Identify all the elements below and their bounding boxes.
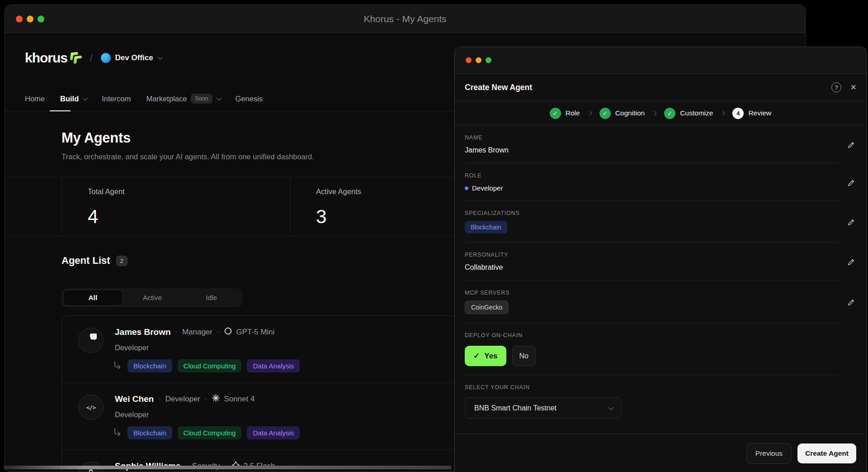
edit-pencil-icon[interactable] [847,258,855,268]
mcp-server-tag: CoinGecko [465,300,509,314]
main-nav: Home Build Intercom Marketplace Soon Gen… [25,94,263,104]
step-customize[interactable]: ✓ Customize [664,108,713,119]
agent-row-james-brown[interactable]: James Brown · Manager · GPT-5 Mini [62,316,468,382]
chevron-down-icon [83,95,88,100]
tag-blockchain[interactable]: Blockchain [127,426,172,439]
modal-title: Create New Agent [465,83,532,92]
edit-pencil-icon[interactable] [847,178,855,189]
check-icon: ✓ [550,108,561,119]
main-titlebar: Khorus - My Agents [5,5,805,33]
deploy-yes-button[interactable]: ✓ Yes [465,346,506,366]
chevron-right-icon [587,111,592,115]
page-title: My Agents [61,130,314,146]
agent-count-badge: 2 [116,256,127,266]
previous-button[interactable]: Previous [746,443,792,464]
logo-text: khorus [25,50,67,66]
deploy-no-button[interactable]: No [512,346,536,366]
agent-model: GPT-5 Mini [224,327,274,338]
agent-list: James Brown · Manager · GPT-5 Mini [61,315,468,472]
agent-row-wei-chen[interactable]: </> Wei Chen · Developer · [62,382,468,449]
tab-active[interactable]: Active [123,290,182,306]
agent-team-role: Developer [115,410,468,419]
step-review[interactable]: 4 Review [732,108,771,119]
field-deploy-on-chain: DEPLOY ON-CHAIN ✓ Yes No [455,323,866,375]
field-personality: PERSONALITY Collabrative [455,243,866,281]
traffic-lights [466,57,491,63]
agent-team-role: Developer [115,343,468,352]
tag-data-analysis[interactable]: Data Analysis [247,426,300,439]
chevron-right-icon [721,111,725,115]
tab-idle[interactable]: Idle [182,290,241,306]
field-select-chain: SELECT YOUR CHAIN BNB Smart Chain Testne… [455,375,866,419]
tag-blockchain[interactable]: Blockchain [127,359,172,372]
field-mcp-servers: MCP SERVERS CoinGecko [455,281,866,323]
step-cognition[interactable]: ✓ Cognition [599,108,645,119]
stat-label: Active Agents [316,187,361,196]
stat-total-agents: Total Agent 4 [61,177,125,236]
nav-marketplace[interactable]: Marketplace Soon [146,94,220,104]
field-role: ROLE Developer [455,163,866,201]
check-icon: ✓ [664,108,675,119]
tag-data-analysis[interactable]: Data Analysis [247,359,300,372]
tag-cloud-computing[interactable]: Cloud Computing [178,426,242,439]
stat-value: 3 [316,206,361,228]
nav-build[interactable]: Build [60,95,86,103]
nav-intercom[interactable]: Intercom [102,95,131,103]
avatar: </> [78,395,104,420]
subrole-arrow-icon [112,360,122,372]
specialization-tag: Blockchain [465,221,507,234]
khorus-logo[interactable]: khorus [25,50,82,66]
chain-select[interactable]: BNB Smart Chain Testnet [465,397,622,419]
help-icon[interactable]: ? [831,82,841,92]
edit-pencil-icon[interactable] [847,218,855,229]
chevron-down-icon [157,55,162,60]
agent-role: Manager [182,328,212,337]
agent-name: James Brown [115,327,171,337]
edit-pencil-icon[interactable] [847,298,855,309]
edit-pencil-icon[interactable] [847,141,855,151]
chain-selected-value: BNB Smart Chain Testnet [474,404,557,412]
field-specializations: SPECIALIZATIONS Blockchain [455,201,866,243]
page-head: My Agents Track, orchestrate, and scale … [61,130,314,161]
subrole-arrow-icon [112,427,122,439]
code-icon: </> [86,404,95,411]
check-icon: ✓ [473,351,480,361]
breadcrumb-slash: / [90,53,93,63]
tag-cloud-computing[interactable]: Cloud Computing [178,359,242,372]
create-agent-button[interactable]: Create Agent [797,443,856,463]
stepper: ✓ Role ✓ Cognition ✓ Customize 4 Review [455,101,866,125]
workspace-avatar [101,53,111,63]
modal-footer: Previous Create Agent [455,434,866,472]
agent-model: Sonnet 4 [212,394,255,405]
nav-active-underline [50,110,71,111]
close-window-button[interactable] [466,57,472,63]
soon-badge: Soon [191,94,212,104]
modal-titlebar [455,47,866,74]
agent-role: Developer [165,395,201,404]
zoom-window-button[interactable] [486,57,491,63]
field-name: NAME James Brown [455,125,866,163]
tab-all[interactable]: All [63,290,123,306]
app-header: khorus / Dev Office [25,45,161,71]
agent-list-head: Agent List 2 [61,255,127,267]
chevron-down-icon [216,95,221,100]
anthropic-icon [212,394,220,405]
workspace-switcher[interactable]: Dev Office [101,53,161,63]
logo-arrow-icon [68,50,82,66]
modal-body: NAME James Brown ROLE Developer [455,125,866,419]
agent-name: Wei Chen [115,394,154,404]
background-window-edge [4,466,451,469]
page-subtitle: Track, orchestrate, and scale your AI ag… [61,153,314,161]
pie-chart-icon [85,334,97,347]
minimize-window-button[interactable] [476,57,481,63]
nav-home[interactable]: Home [25,95,45,103]
check-icon: ✓ [599,108,611,119]
stat-label: Total Agent [88,187,125,196]
stat-value: 4 [88,206,125,228]
modal-header: Create New Agent ? × [455,74,866,101]
create-agent-modal: Create New Agent ? × ✓ Role ✓ Cognition … [454,47,867,472]
chevron-down-icon [609,405,613,410]
nav-genesis[interactable]: Genesis [236,95,263,103]
step-role[interactable]: ✓ Role [550,108,580,119]
close-icon[interactable]: × [850,82,856,92]
